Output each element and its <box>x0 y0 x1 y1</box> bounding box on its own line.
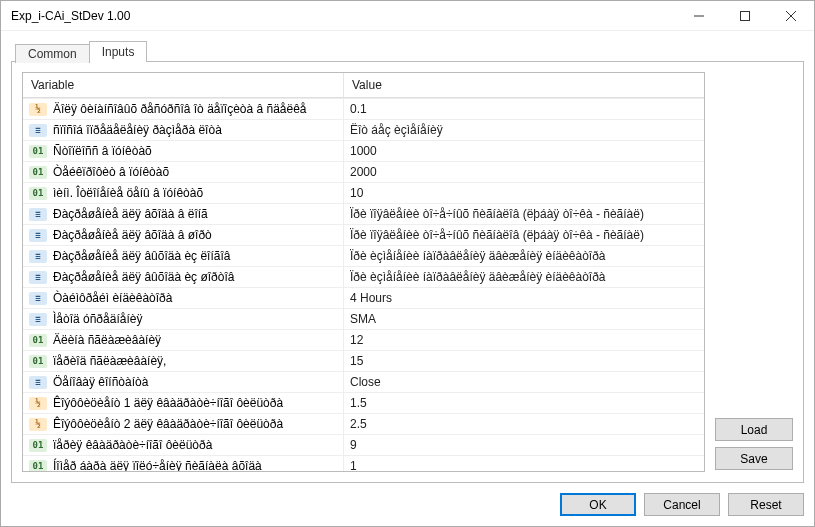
tab-strip: Common Inputs <box>11 39 804 61</box>
col-header-value[interactable]: Value <box>343 73 704 98</box>
value-cell[interactable]: Ïðè èçìåíåíèè íàïðàâëåíèÿ äâèæåíèÿ èíäèê… <box>343 266 704 287</box>
value-cell[interactable]: 4 Hours <box>343 287 704 308</box>
variable-cell: 01ìèíì. Îòëîíåíèå öåíû â ïóíêòàõ <box>23 182 343 203</box>
type-icon: ≡ <box>29 229 47 242</box>
side-buttons: Load Save <box>715 72 793 472</box>
value-cell[interactable]: 1 <box>343 455 704 471</box>
value-cell[interactable]: Ïðè ïîÿâëåíèè òî÷å÷íûõ ñèãíàëîâ (ëþáàÿ ò… <box>343 203 704 224</box>
type-icon: 01 <box>29 460 47 472</box>
table-row[interactable]: ½Êîýôôèöèåíò 2 äëÿ êâàäðàòè÷íîãî ôèëüòðà… <box>23 413 704 434</box>
variable-label: Ñòîïëîññ â ïóíêòàõ <box>53 144 152 158</box>
type-icon: ½ <box>29 397 47 410</box>
table-row[interactable]: 01ïåðèîä ñãëàæèâàíèÿ,15 <box>23 350 704 371</box>
table-row[interactable]: ≡Ðàçðåøåíèå äëÿ âõîäà â øîðòÏðè ïîÿâëåíè… <box>23 224 704 245</box>
value-cell[interactable]: 1.5 <box>343 392 704 413</box>
type-icon: ½ <box>29 103 47 116</box>
table-row[interactable]: ≡ñïîñîá îïðåäåëåíèÿ ðàçìåðà ëîòàËîò áåç … <box>23 119 704 140</box>
variable-label: Äëèíà ñãëàæèâàíèÿ <box>53 333 161 347</box>
variable-cell: ½Äîëÿ ôèíàíñîâûõ ðåñóðñîâ îò äåïîçèòà â … <box>23 98 343 119</box>
table-row[interactable]: ≡Ìåòîä óñðåäíåíèÿSMA <box>23 308 704 329</box>
variable-label: Öåíîâàÿ êîíñòàíòà <box>53 375 148 389</box>
type-icon: 01 <box>29 355 47 368</box>
value-cell[interactable]: 2000 <box>343 161 704 182</box>
value-cell[interactable]: Ïðè ïîÿâëåíèè òî÷å÷íûõ ñèãíàëîâ (ëþáàÿ ò… <box>343 224 704 245</box>
variable-label: Äîëÿ ôèíàíñîâûõ ðåñóðñîâ îò äåïîçèòà â ñ… <box>53 102 307 116</box>
variable-cell: ≡ñïîñîá îïðåäåëåíèÿ ðàçìåðà ëîòà <box>23 119 343 140</box>
variable-cell: ≡Ðàçðåøåíèå äëÿ âûõîäà èç øîðòîâ <box>23 266 343 287</box>
col-header-variable[interactable]: Variable <box>23 73 343 98</box>
tab-common[interactable]: Common <box>15 44 90 63</box>
table-body: ½Äîëÿ ôèíàíñîâûõ ðåñóðñîâ îò äåïîçèòà â … <box>23 98 704 471</box>
value-cell[interactable]: SMA <box>343 308 704 329</box>
variable-cell: ≡Öåíîâàÿ êîíñòàíòà <box>23 371 343 392</box>
type-icon: 01 <box>29 187 47 200</box>
value-cell[interactable]: Ïðè èçìåíåíèè íàïðàâëåíèÿ äâèæåíèÿ èíäèê… <box>343 245 704 266</box>
variable-label: ìèíì. Îòëîíåíèå öåíû â ïóíêòàõ <box>53 186 203 200</box>
variable-cell: ½Êîýôôèöèåíò 1 äëÿ êâàäðàòè÷íîãî ôèëüòðà <box>23 392 343 413</box>
type-icon: ≡ <box>29 208 47 221</box>
type-icon: 01 <box>29 334 47 347</box>
variable-label: Ìåòîä óñðåäíåíèÿ <box>53 312 142 326</box>
variable-cell: ≡Òàéìôðåéì èíäèêàòîðà <box>23 287 343 308</box>
type-icon: 01 <box>29 145 47 158</box>
close-button[interactable] <box>768 1 814 30</box>
table-row[interactable]: 01ïåðèÿ êâàäðàòè÷íîãî ôèëüòðà9 <box>23 434 704 455</box>
client-area: Common Inputs Variable Value ½Äîëÿ ôèíàí… <box>1 31 814 526</box>
cancel-button[interactable]: Cancel <box>644 493 720 516</box>
save-button[interactable]: Save <box>715 447 793 470</box>
type-icon: ≡ <box>29 376 47 389</box>
variable-cell: ≡Ðàçðåøåíèå äëÿ âõîäà â ëîíã <box>23 203 343 224</box>
reset-button[interactable]: Reset <box>728 493 804 516</box>
table-row[interactable]: ≡Òàéìôðåéì èíäèêàòîðà4 Hours <box>23 287 704 308</box>
variable-cell: 01ïåðèÿ êâàäðàòè÷íîãî ôèëüòðà <box>23 434 343 455</box>
load-button[interactable]: Load <box>715 418 793 441</box>
type-icon: 01 <box>29 439 47 452</box>
value-cell[interactable]: 15 <box>343 350 704 371</box>
table-row[interactable]: 01Äëèíà ñãëàæèâàíèÿ12 <box>23 329 704 350</box>
value-cell[interactable]: 9 <box>343 434 704 455</box>
inputs-table: Variable Value ½Äîëÿ ôèíàíñîâûõ ðåñóðñîâ… <box>22 72 705 472</box>
variable-cell: ≡Ðàçðåøåíèå äëÿ âõîäà â øîðò <box>23 224 343 245</box>
type-icon: ½ <box>29 418 47 431</box>
value-cell[interactable]: 1000 <box>343 140 704 161</box>
type-icon: ≡ <box>29 271 47 284</box>
type-icon: ≡ <box>29 124 47 137</box>
value-cell[interactable]: 12 <box>343 329 704 350</box>
table-row[interactable]: 01ìèíì. Îòëîíåíèå öåíû â ïóíêòàõ10 <box>23 182 704 203</box>
variable-label: Òàéìôðåéì èíäèêàòîðà <box>53 291 172 305</box>
table-row[interactable]: 01Ñòîïëîññ â ïóíêòàõ1000 <box>23 140 704 161</box>
variable-cell: ≡Ìåòîä óñðåäíåíèÿ <box>23 308 343 329</box>
variable-cell: 01Ñòîïëîññ â ïóíêòàõ <box>23 140 343 161</box>
value-cell[interactable]: 10 <box>343 182 704 203</box>
variable-label: Ðàçðåøåíèå äëÿ âûõîäà èç ëîíãîâ <box>53 249 230 263</box>
table-row[interactable]: ≡Ðàçðåøåíèå äëÿ âõîäà â ëîíãÏðè ïîÿâëåíè… <box>23 203 704 224</box>
value-cell[interactable]: Ëîò áåç èçìåíåíèÿ <box>343 119 704 140</box>
type-icon: ≡ <box>29 250 47 263</box>
variable-label: ïåðèÿ êâàäðàòè÷íîãî ôèëüòðà <box>53 438 212 452</box>
window-controls <box>676 1 814 30</box>
ok-button[interactable]: OK <box>560 493 636 516</box>
variable-label: Ðàçðåøåíèå äëÿ âûõîäà èç øîðòîâ <box>53 270 234 284</box>
table-row[interactable]: ≡Ðàçðåøåíèå äëÿ âûõîäà èç øîðòîâÏðè èçìå… <box>23 266 704 287</box>
variable-cell: 01Íîìåð áàðà äëÿ ïîëó÷åíèÿ ñèãíàëà âõîäà <box>23 455 343 471</box>
value-cell[interactable]: 2.5 <box>343 413 704 434</box>
table-header-row: Variable Value <box>23 73 704 98</box>
maximize-button[interactable] <box>722 1 768 30</box>
variable-cell: ≡Ðàçðåøåíèå äëÿ âûõîäà èç ëîíãîâ <box>23 245 343 266</box>
table-row[interactable]: ½Äîëÿ ôèíàíñîâûõ ðåñóðñîâ îò äåïîçèòà â … <box>23 98 704 119</box>
variable-label: ïåðèîä ñãëàæèâàíèÿ, <box>53 354 166 368</box>
minimize-button[interactable] <box>676 1 722 30</box>
variable-label: Ðàçðåøåíèå äëÿ âõîäà â øîðò <box>53 228 212 242</box>
dialog-footer: OK Cancel Reset <box>11 483 804 516</box>
table-row[interactable]: 01Íîìåð áàðà äëÿ ïîëó÷åíèÿ ñèãíàëà âõîäà… <box>23 455 704 471</box>
tab-inputs[interactable]: Inputs <box>89 41 148 62</box>
table-row[interactable]: ≡Ðàçðåøåíèå äëÿ âûõîäà èç ëîíãîâÏðè èçìå… <box>23 245 704 266</box>
type-icon: 01 <box>29 166 47 179</box>
value-cell[interactable]: 0.1 <box>343 98 704 119</box>
variable-label: Ðàçðåøåíèå äëÿ âõîäà â ëîíã <box>53 207 208 221</box>
table-row[interactable]: ≡Öåíîâàÿ êîíñòàíòàClose <box>23 371 704 392</box>
titlebar: Exp_i-CAi_StDev 1.00 <box>1 1 814 31</box>
table-row[interactable]: 01Òåéêïðîôèò â ïóíêòàõ2000 <box>23 161 704 182</box>
table-row[interactable]: ½Êîýôôèöèåíò 1 äëÿ êâàäðàòè÷íîãî ôèëüòðà… <box>23 392 704 413</box>
value-cell[interactable]: Close <box>343 371 704 392</box>
